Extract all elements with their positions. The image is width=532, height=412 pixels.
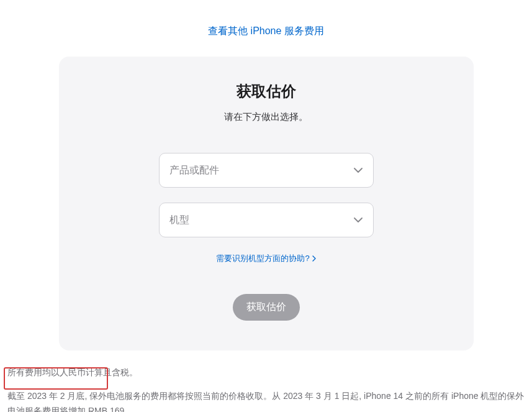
model-placeholder: 机型 — [169, 214, 189, 227]
get-estimate-button[interactable]: 获取估价 — [233, 294, 300, 321]
other-service-fees-link[interactable]: 查看其他 iPhone 服务费用 — [208, 25, 324, 36]
card-title: 获取估价 — [90, 81, 443, 101]
chevron-down-icon — [353, 215, 363, 225]
product-accessory-select[interactable]: 产品或配件 — [159, 153, 374, 188]
footer-tax-note: 所有费用均以人民币计算且含税。 — [7, 365, 525, 380]
product-accessory-placeholder: 产品或配件 — [169, 164, 219, 177]
estimate-card: 获取估价 请在下方做出选择。 产品或配件 机型 需要识别机型方面的协助? 获取估… — [59, 57, 474, 350]
footer-disclaimer: 所有费用均以人民币计算且含税。 截至 2023 年 2 月底, 保外电池服务的费… — [0, 350, 532, 412]
identify-model-help-link[interactable]: 需要识别机型方面的协助? — [216, 253, 315, 264]
help-link-label: 需要识别机型方面的协助? — [216, 253, 309, 264]
chevron-down-icon — [353, 165, 363, 175]
card-subtitle: 请在下方做出选择。 — [90, 111, 443, 123]
footer-price-increase-note: 截至 2023 年 2 月底, 保外电池服务的费用都将按照当前的价格收取。从 2… — [7, 389, 525, 412]
chevron-right-icon — [312, 254, 316, 263]
model-select[interactable]: 机型 — [159, 203, 374, 237]
